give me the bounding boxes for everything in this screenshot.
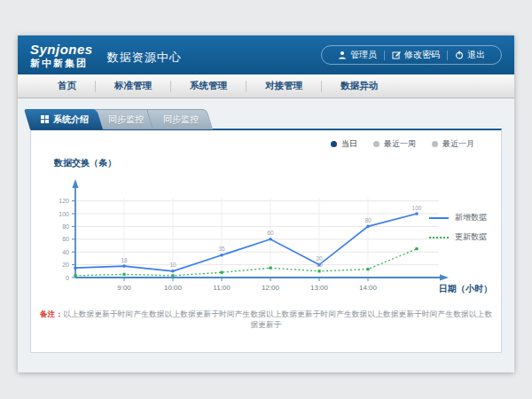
- app-header: Synjones 新中新集团 数据资源中心 管理员 修改密码: [18, 35, 514, 74]
- svg-text:0: 0: [66, 275, 69, 281]
- svg-text:100: 100: [412, 205, 422, 211]
- svg-text:80: 80: [62, 223, 69, 230]
- page-title: 数据资源中心: [107, 50, 182, 66]
- app-window: Synjones 新中新集团 数据资源中心 管理员 修改密码: [18, 35, 514, 372]
- grid-icon: [41, 110, 49, 130]
- tab-label: 同步监控: [108, 114, 144, 124]
- logo-text-en: Synjones: [30, 43, 93, 56]
- svg-text:80: 80: [364, 217, 372, 223]
- user-name-label: 管理员: [350, 49, 377, 61]
- user-toolbar: 管理员 修改密码 退出: [321, 45, 502, 65]
- svg-text:10: 10: [316, 262, 323, 268]
- tab-bar: 系统介绍 同步监控 同步监控: [30, 109, 207, 129]
- chart-legend: 新增数据 更新数据: [429, 212, 487, 251]
- svg-text:20: 20: [62, 262, 69, 268]
- chart-panel: 当日 最近一周 最近一月 数据交换（条） 0204060801001209:00…: [30, 129, 502, 353]
- nav-item-home[interactable]: 首页: [39, 80, 95, 92]
- radio-label: 最近一月: [442, 138, 474, 150]
- svg-text:14:00: 14:00: [359, 284, 378, 292]
- x-axis-title: 日期（小时）: [439, 283, 492, 295]
- footnote: 备注：以上数据更新于时间产生数据以上数据更新于时间产生数据以上数据更新于时间产生…: [38, 309, 494, 331]
- svg-text:100: 100: [59, 211, 69, 217]
- solid-line-swatch-icon: [429, 217, 449, 219]
- svg-text:18: 18: [121, 257, 128, 263]
- svg-text:11:00: 11:00: [213, 284, 231, 292]
- edit-icon: [392, 51, 401, 59]
- svg-text:120: 120: [59, 198, 69, 204]
- radio-last-month[interactable]: 最近一月: [432, 138, 474, 150]
- footnote-prefix: 备注：: [40, 309, 63, 318]
- nav-item-system-management[interactable]: 系统管理: [171, 80, 246, 92]
- radio-dot-icon: [331, 141, 337, 147]
- svg-text:9:00: 9:00: [117, 284, 131, 292]
- svg-text:60: 60: [62, 236, 69, 242]
- legend-item-new-data[interactable]: 新增数据: [429, 212, 487, 223]
- nav-item-data-change[interactable]: 数据异动: [322, 80, 396, 92]
- tab-label: 同步监控: [163, 114, 199, 124]
- svg-text:12:00: 12:00: [262, 284, 280, 292]
- logo-text-cn: 新中新集团: [30, 59, 93, 68]
- time-range-selector: 当日 最近一周 最近一月: [331, 138, 474, 150]
- main-nav: 首页 标准管理 系统管理 对接管理 数据异动: [18, 74, 514, 98]
- legend-item-update-data[interactable]: 更新数据: [429, 231, 487, 243]
- y-axis-title: 数据交换（条）: [54, 157, 116, 169]
- company-logo: Synjones 新中新集团: [30, 43, 93, 68]
- line-chart: 0204060801001209:0010:0011:0012:0013:001…: [49, 171, 452, 304]
- radio-dot-icon: [373, 141, 379, 147]
- tab-sync-monitor-2[interactable]: 同步监控: [153, 109, 213, 129]
- tab-label: 系统介绍: [53, 114, 89, 124]
- legend-label: 新增数据: [455, 212, 487, 223]
- footnote-text: 以上数据更新于时间产生数据以上数据更新于时间产生数据以上数据更新于时间产生数据以…: [63, 309, 492, 329]
- svg-text:35: 35: [218, 246, 225, 252]
- svg-text:10: 10: [169, 262, 176, 268]
- logout-label: 退出: [467, 49, 485, 61]
- tab-system-intro[interactable]: 系统介绍: [30, 109, 103, 129]
- svg-text:10:00: 10:00: [164, 284, 183, 292]
- svg-text:13:00: 13:00: [310, 284, 329, 292]
- content-area: 系统介绍 同步监控 同步监控 当日 最近一周: [18, 98, 514, 372]
- radio-dot-icon: [432, 141, 438, 147]
- radio-label: 最近一周: [384, 138, 416, 150]
- user-account[interactable]: 管理员: [331, 49, 384, 61]
- svg-text:60: 60: [267, 230, 274, 236]
- legend-label: 更新数据: [455, 231, 487, 243]
- change-password-label: 修改密码: [404, 49, 440, 61]
- change-password-button[interactable]: 修改密码: [385, 49, 447, 61]
- radio-today[interactable]: 当日: [331, 138, 357, 150]
- radio-last-week[interactable]: 最近一周: [373, 138, 416, 150]
- svg-text:40: 40: [62, 249, 69, 255]
- dotted-line-swatch-icon: [429, 237, 449, 239]
- logout-button[interactable]: 退出: [448, 49, 492, 61]
- user-icon: [338, 51, 347, 59]
- svg-text:20: 20: [316, 255, 323, 262]
- power-icon: [455, 51, 464, 59]
- nav-item-interface-management[interactable]: 对接管理: [246, 80, 321, 92]
- radio-label: 当日: [341, 138, 357, 150]
- nav-item-standard-management[interactable]: 标准管理: [96, 80, 170, 92]
